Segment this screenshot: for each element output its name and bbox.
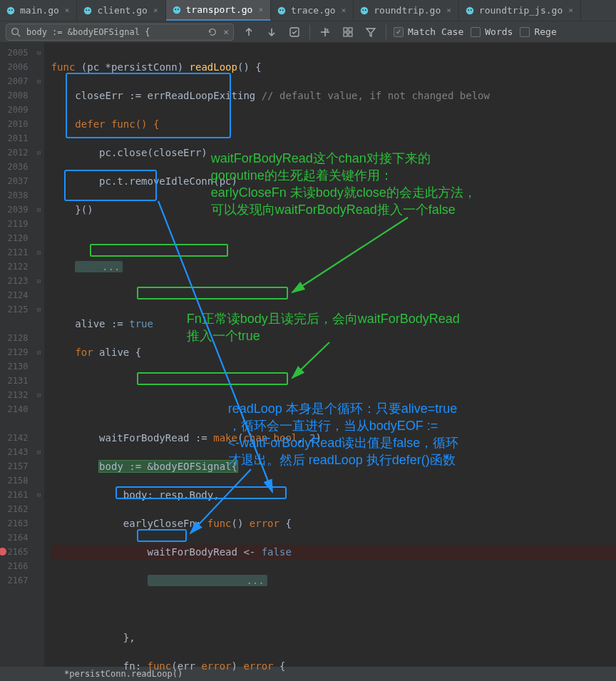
fold-toggle[interactable]: ⊟	[34, 274, 43, 288]
line-number: 2123	[0, 274, 28, 288]
separator	[309, 25, 310, 39]
breakpoint-icon[interactable]	[0, 548, 6, 555]
tab-transport-go[interactable]: transport.go ×	[166, 0, 272, 21]
fold-toggle	[34, 559, 43, 573]
line-number: 2132	[0, 388, 28, 402]
svg-point-15	[466, 6, 474, 14]
fold-toggle[interactable]: ⊟	[34, 245, 43, 260]
code-text: ()	[232, 518, 250, 529]
folded-region[interactable]: ...	[75, 261, 123, 272]
fold-toggle[interactable]: ⊟	[34, 145, 43, 160]
fold-toggle	[34, 174, 43, 188]
match-case-checkbox[interactable]: ✓Match Case	[394, 26, 463, 37]
line-number: 2119	[0, 217, 28, 231]
fold-toggle[interactable]: ⊟	[34, 445, 43, 459]
close-icon[interactable]: ×	[65, 6, 70, 15]
line-number: 2007	[0, 74, 28, 88]
fold-toggle	[34, 545, 43, 559]
match-case-label: Match Case	[408, 26, 463, 37]
svg-rect-23	[344, 33, 347, 36]
search-match: body := &bodyEOFSignal{	[99, 461, 237, 472]
tab-main-go[interactable]: main.go ×	[0, 0, 77, 21]
line-number: 2011	[0, 131, 28, 145]
history-icon[interactable]	[207, 27, 217, 37]
code-text: earlyCloseFn:	[51, 518, 207, 529]
line-gutter: 2005200620072008200920102011201220362037…	[0, 43, 34, 667]
clear-search-icon[interactable]: ×	[223, 26, 229, 37]
go-file-icon	[465, 6, 475, 16]
tab-label: client.go	[97, 5, 147, 16]
annotation-box	[137, 529, 187, 542]
search-input[interactable]	[26, 27, 202, 37]
fold-toggle[interactable]: ⊟	[34, 388, 43, 402]
close-icon[interactable]: ×	[342, 6, 346, 15]
fold-toggle	[34, 103, 43, 117]
fold-toggle[interactable]: ⊟	[34, 302, 43, 317]
line-number: 2008	[0, 88, 28, 103]
code-text: body: resp.Body,	[51, 489, 220, 501]
next-match-button[interactable]	[264, 24, 279, 40]
svg-point-16	[468, 9, 469, 11]
go-file-icon	[359, 6, 369, 16]
tab-trace-go[interactable]: trace.go ×	[271, 0, 354, 21]
line-number: 2037	[0, 174, 28, 188]
line-number: 2142	[0, 431, 28, 445]
close-icon[interactable]: ×	[153, 6, 158, 15]
code-text: ,	[297, 432, 309, 444]
fold-toggle[interactable]: ⊟	[34, 203, 43, 217]
code-text: (pc *persistConn)	[81, 61, 190, 73]
code-text: error	[250, 518, 279, 529]
tab-roundtrip-js-go[interactable]: roundtrip_js.go ×	[459, 0, 581, 21]
code-text: error	[243, 660, 273, 672]
folded-region[interactable]: ...	[148, 575, 267, 586]
words-label: Words	[485, 26, 513, 37]
line-number: 2166	[0, 559, 28, 573]
filter-button[interactable]	[363, 24, 379, 40]
tab-roundtrip-go[interactable]: roundtrip.go ×	[354, 0, 459, 21]
fold-toggle	[34, 459, 43, 473]
line-number: 2162	[0, 502, 28, 516]
close-icon[interactable]: ×	[568, 6, 573, 15]
line-number: 2012	[0, 145, 28, 160]
fold-toggle	[34, 88, 43, 103]
prev-match-button[interactable]	[241, 24, 257, 40]
code-text: fn:	[51, 660, 148, 672]
line-number: 2161	[0, 488, 28, 502]
fold-toggle	[34, 374, 43, 388]
fold-toggle[interactable]: ⊟	[34, 345, 43, 359]
code-text: closeErr := errReadLoopExiting	[51, 90, 262, 101]
fold-toggle	[34, 502, 43, 516]
add-selection-button[interactable]	[317, 24, 333, 40]
svg-line-19	[18, 34, 21, 36]
regex-label: Rege	[534, 26, 556, 37]
close-icon[interactable]: ×	[446, 6, 451, 15]
regex-checkbox[interactable]: Rege	[520, 26, 556, 37]
code-text: waitForBodyRead :=	[51, 432, 214, 444]
tab-label: roundtrip.go	[374, 5, 441, 16]
code-text: func	[51, 61, 81, 73]
line-number: 2164	[0, 531, 28, 545]
tab-client-go[interactable]: client.go ×	[77, 0, 165, 21]
fold-toggle	[34, 331, 43, 345]
select-occurrences-button[interactable]	[340, 24, 356, 40]
tab-label: roundtrip_js.go	[479, 5, 563, 16]
svg-point-5	[88, 9, 90, 11]
fold-toggle[interactable]: ⊟	[34, 74, 43, 88]
fold-toggle	[34, 131, 43, 145]
fold-toggle[interactable]: ⊟	[34, 488, 43, 502]
line-number: 2157	[0, 459, 28, 473]
close-icon[interactable]: ×	[258, 5, 263, 14]
select-all-button[interactable]	[287, 24, 302, 40]
find-toolbar: × ✓Match Case Words Rege	[0, 21, 616, 43]
go-file-icon	[83, 6, 93, 16]
line-number: 2129	[0, 345, 28, 359]
line-number: 2005	[0, 46, 28, 60]
fold-toggle[interactable]: ⊟	[34, 46, 43, 60]
svg-point-8	[177, 9, 178, 10]
words-checkbox[interactable]: Words	[471, 26, 513, 37]
code-area[interactable]: func (pc *persistConn) readLoop() { clos…	[44, 43, 616, 667]
code-text: (err	[171, 660, 201, 672]
code-text: }()	[51, 204, 93, 215]
line-number: 2131	[0, 374, 28, 388]
code-text: pc.t.removeIdleConn(pc)	[51, 175, 237, 187]
